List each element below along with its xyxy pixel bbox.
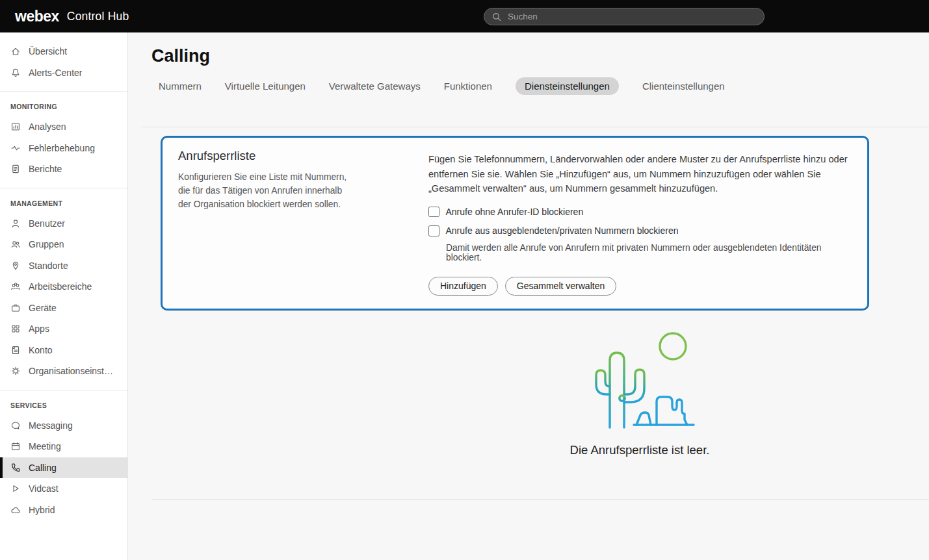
tab-virtuelle-leitungen[interactable]: Virtuelle Leitungen — [225, 81, 306, 92]
sidebar-item-label: Geräte — [29, 303, 57, 313]
cloud-icon — [10, 505, 21, 515]
sidebar-item-apps[interactable]: Apps — [0, 318, 127, 340]
card-right-column: Fügen Sie Telefonnummern, Ländervorwahle… — [428, 149, 852, 296]
tab-clienteinstellungen[interactable]: Clienteinstellungen — [642, 81, 725, 92]
bell-icon — [10, 68, 21, 78]
sidebar-item-label: Fehlerbehebung — [29, 143, 95, 153]
checkbox-row-anonymous-caller: Anrufe ohne Anrufer-ID blockieren — [428, 207, 852, 218]
sidebar-item-calling[interactable]: Calling — [0, 457, 127, 479]
sidebar-item-label: Calling — [29, 463, 57, 473]
sidebar-section-monitoring: MONITORING — [0, 97, 127, 116]
checkbox-label[interactable]: Anrufe ohne Anrufer-ID blockieren — [446, 207, 584, 217]
sidebar-item-label: Meeting — [29, 441, 61, 452]
sidebar-item-label: Berichte — [29, 164, 62, 174]
sidebar-item-label: Gruppen — [29, 239, 64, 249]
sidebar-item-benutzer[interactable]: Benutzer — [0, 213, 127, 235]
workspaces-icon — [10, 281, 21, 292]
calendar-icon — [10, 441, 21, 452]
checkbox-block-no-caller-id[interactable] — [428, 207, 439, 218]
sidebar-item-label: Messaging — [29, 420, 73, 431]
checkbox-block-hidden-private-numbers[interactable] — [428, 225, 439, 236]
sidebar-item-uebersicht[interactable]: Übersicht — [0, 41, 127, 62]
sidebar-item-vidcast[interactable]: Vidcast — [0, 478, 127, 500]
logo-webex-text: webex — [15, 8, 59, 25]
sidebar-divider — [0, 390, 127, 390]
sidebar-item-label: Übersicht — [29, 46, 67, 57]
pulse-icon — [10, 143, 21, 153]
sidebar-item-berichte[interactable]: Berichte — [0, 159, 127, 180]
bulk-manage-button[interactable]: Gesammelt verwalten — [505, 277, 616, 296]
main-content: Calling Nummern Virtuelle Leitungen Verw… — [128, 32, 929, 560]
sidebar-item-label: Vidcast — [29, 483, 59, 494]
checkbox-row-hidden-numbers: Anrufe aus ausgeblendeten/privaten Numme… — [428, 225, 852, 236]
card-left-column: Anrufsperrliste Konfigurieren Sie eine L… — [178, 149, 428, 296]
checkbox-label[interactable]: Anrufe aus ausgeblendeten/privaten Numme… — [446, 225, 679, 236]
sidebar-item-label: Analysen — [29, 121, 66, 132]
device-icon — [10, 303, 21, 313]
sidebar-item-analysen[interactable]: Analysen — [0, 116, 127, 138]
account-icon — [10, 345, 21, 355]
tabs-divider — [141, 127, 929, 127]
users-icon — [10, 239, 21, 249]
sidebar-item-fehlerbehebung[interactable]: Fehlerbehebung — [0, 138, 127, 159]
sidebar-section-services: SERVICES — [0, 396, 127, 415]
call-block-list-card: Anrufsperrliste Konfigurieren Sie eine L… — [161, 136, 869, 311]
sidebar-item-label: Alerts-Center — [29, 68, 82, 78]
cactus — [587, 353, 656, 427]
sidebar-item-label: Apps — [29, 324, 49, 334]
sidebar-divider — [0, 91, 127, 92]
phone-icon — [10, 463, 21, 473]
home-icon — [10, 46, 21, 57]
sidebar-item-arbeitsbereiche[interactable]: Arbeitsbereiche — [0, 276, 127, 298]
play-icon — [10, 483, 21, 494]
topbar: webex Control Hub — [0, 0, 929, 32]
tab-diensteinstellungen[interactable]: Diensteinstellungen — [516, 77, 619, 95]
logo-control-hub-text: Control Hub — [67, 10, 129, 23]
sidebar-item-messaging[interactable]: Messaging — [0, 415, 127, 437]
sidebar-section-management: MANAGEMENT — [0, 194, 127, 213]
card-subtitle: Konfigurieren Sie eine Liste mit Nummern… — [178, 170, 348, 211]
report-icon — [10, 164, 21, 174]
webex-logo: webex Control Hub — [15, 0, 129, 32]
sidebar-item-konto[interactable]: Konto — [0, 340, 127, 361]
sidebar-item-organisationseinstellungen[interactable]: Organisationseinstellun... — [0, 361, 127, 382]
checkbox-note: Damit werden alle Anrufe von Anrufern mi… — [446, 243, 852, 262]
card-actions: Hinzufügen Gesammelt verwalten — [428, 277, 852, 296]
sidebar-item-meeting[interactable]: Meeting — [0, 436, 127, 457]
chat-icon — [10, 420, 21, 431]
tab-bar: Nummern Virtuelle Leitungen Verwaltete G… — [159, 77, 929, 95]
card-title: Anrufsperrliste — [178, 149, 428, 163]
bar-chart-icon — [10, 121, 21, 132]
search-input[interactable] — [508, 12, 748, 21]
tab-nummern[interactable]: Nummern — [159, 81, 202, 92]
sidebar-item-label: Konto — [29, 345, 53, 355]
search-icon — [491, 12, 502, 22]
apps-grid-icon — [10, 324, 21, 334]
global-search[interactable] — [484, 8, 765, 25]
sun — [660, 333, 686, 359]
page-title: Calling — [151, 46, 929, 66]
sidebar-item-label: Organisationseinstellun... — [29, 366, 117, 376]
sidebar-item-gruppen[interactable]: Gruppen — [0, 234, 127, 255]
rocks — [634, 397, 694, 425]
tab-funktionen[interactable]: Funktionen — [444, 81, 492, 92]
bottom-divider — [151, 499, 929, 500]
sidebar: Übersicht Alerts-Center MONITORING Analy… — [0, 32, 128, 560]
sidebar-item-alerts-center[interactable]: Alerts-Center — [0, 62, 127, 84]
card-description: Fügen Sie Telefonnummern, Ländervorwahle… — [428, 152, 852, 196]
sidebar-item-hybrid[interactable]: Hybrid — [0, 500, 127, 521]
sidebar-item-label: Benutzer — [29, 218, 65, 229]
sidebar-divider — [0, 188, 127, 188]
sidebar-item-label: Hybrid — [29, 505, 55, 515]
location-pin-icon — [10, 261, 21, 271]
sidebar-item-geraete[interactable]: Geräte — [0, 298, 127, 319]
sidebar-item-label: Standorte — [29, 261, 68, 271]
tab-verwaltete-gateways[interactable]: Verwaltete Gateways — [329, 81, 421, 92]
gear-icon — [10, 366, 21, 376]
sidebar-item-label: Arbeitsbereiche — [29, 281, 92, 292]
user-icon — [10, 218, 21, 229]
add-button[interactable]: Hinzufügen — [428, 277, 498, 296]
empty-state-message: Die Anrufsperrliste ist leer. — [503, 443, 776, 457]
sidebar-item-standorte[interactable]: Standorte — [0, 255, 127, 277]
desert-cactus-illustration — [583, 330, 697, 433]
